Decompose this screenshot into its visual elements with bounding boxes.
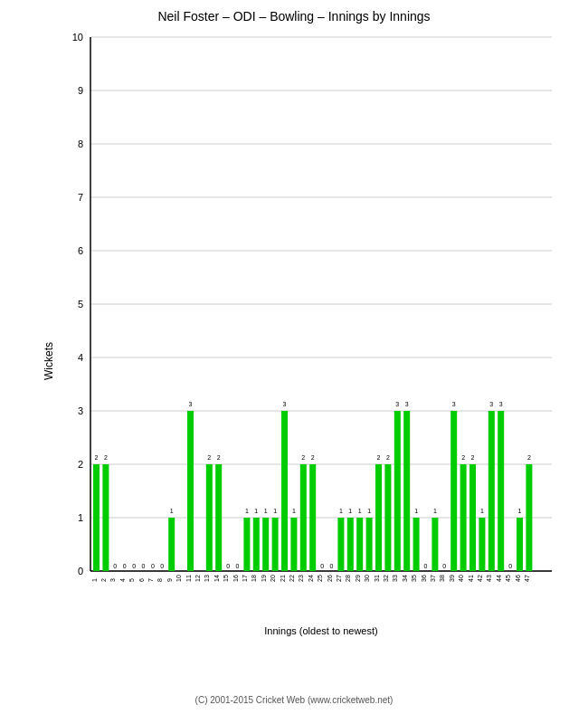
svg-text:7: 7	[147, 578, 154, 582]
svg-rect-137	[450, 411, 457, 571]
svg-text:1: 1	[91, 578, 98, 582]
svg-text:3: 3	[489, 401, 493, 407]
svg-text:5: 5	[78, 299, 83, 310]
svg-text:0: 0	[236, 563, 240, 569]
svg-text:3: 3	[395, 401, 399, 407]
svg-text:0: 0	[442, 563, 446, 569]
svg-rect-146	[479, 518, 485, 571]
svg-text:38: 38	[439, 575, 445, 582]
chart-title: Neil Foster – ODI – Bowling – Innings by…	[157, 9, 430, 24]
svg-text:15: 15	[223, 575, 229, 582]
svg-rect-161	[526, 464, 532, 571]
svg-rect-101	[337, 518, 344, 571]
svg-text:4: 4	[78, 352, 83, 363]
svg-text:1: 1	[264, 508, 268, 514]
svg-rect-92	[309, 464, 316, 571]
svg-rect-80	[272, 518, 279, 571]
svg-text:0: 0	[330, 563, 334, 569]
svg-rect-131	[432, 518, 438, 571]
svg-text:1: 1	[245, 508, 249, 514]
svg-text:13: 13	[204, 575, 210, 582]
svg-text:23: 23	[298, 575, 304, 582]
svg-text:2: 2	[95, 454, 99, 461]
svg-text:Innings (oldest to newest): Innings (oldest to newest)	[264, 625, 377, 636]
svg-text:2: 2	[527, 454, 531, 461]
svg-text:2: 2	[78, 459, 83, 470]
svg-rect-62	[215, 464, 222, 571]
svg-text:1: 1	[273, 508, 277, 514]
svg-rect-49	[168, 518, 175, 571]
svg-rect-104	[347, 518, 354, 571]
svg-rect-122	[403, 411, 410, 571]
svg-text:1: 1	[170, 508, 174, 514]
svg-text:9: 9	[78, 85, 83, 96]
svg-text:36: 36	[421, 575, 427, 582]
svg-text:35: 35	[411, 575, 417, 582]
svg-text:4: 4	[119, 578, 126, 582]
svg-rect-83	[281, 411, 288, 571]
svg-text:0: 0	[123, 563, 127, 569]
svg-text:3: 3	[499, 401, 503, 407]
svg-text:9: 9	[166, 578, 173, 582]
svg-text:2: 2	[217, 454, 221, 461]
svg-text:31: 31	[374, 575, 380, 582]
svg-text:8: 8	[156, 578, 163, 582]
svg-text:2: 2	[311, 454, 315, 461]
svg-rect-149	[488, 411, 495, 571]
svg-rect-89	[300, 464, 307, 571]
svg-rect-77	[262, 518, 269, 571]
svg-text:39: 39	[449, 575, 455, 582]
svg-rect-86	[290, 518, 297, 571]
svg-text:1: 1	[480, 508, 484, 514]
svg-text:3: 3	[109, 578, 116, 582]
svg-rect-25	[93, 464, 100, 571]
svg-rect-54	[187, 411, 194, 571]
svg-text:3: 3	[283, 401, 287, 407]
svg-text:3: 3	[452, 401, 456, 407]
svg-text:1: 1	[292, 508, 296, 514]
svg-text:10: 10	[72, 32, 83, 43]
svg-text:1: 1	[433, 508, 437, 514]
svg-rect-140	[460, 464, 467, 571]
svg-text:32: 32	[383, 575, 389, 582]
svg-text:0: 0	[132, 563, 136, 569]
svg-text:1: 1	[367, 508, 371, 514]
svg-text:18: 18	[251, 575, 257, 582]
svg-rect-74	[253, 518, 260, 571]
svg-text:40: 40	[458, 575, 464, 582]
svg-text:0: 0	[320, 563, 324, 569]
svg-text:1: 1	[78, 512, 83, 523]
svg-text:28: 28	[345, 575, 351, 582]
svg-text:45: 45	[505, 575, 511, 582]
svg-rect-59	[206, 464, 213, 571]
svg-text:0: 0	[160, 563, 164, 569]
svg-text:1: 1	[518, 508, 522, 514]
svg-text:0: 0	[78, 566, 83, 576]
y-axis-title: Wickets	[43, 342, 55, 380]
svg-text:3: 3	[78, 405, 83, 416]
svg-text:6: 6	[138, 578, 145, 582]
chart-container: Neil Foster – ODI – Bowling – Innings by…	[0, 0, 588, 724]
svg-text:10: 10	[175, 575, 182, 582]
svg-text:1: 1	[254, 508, 258, 514]
svg-text:2: 2	[207, 454, 211, 461]
svg-text:46: 46	[515, 575, 521, 582]
svg-rect-71	[243, 518, 250, 571]
copyright-text: (C) 2001-2015 Cricket Web (www.cricketwe…	[195, 695, 394, 705]
svg-text:26: 26	[327, 575, 333, 582]
chart-svg: 0 1 2 3 4 5 6	[54, 28, 561, 643]
svg-text:14: 14	[213, 575, 220, 582]
svg-text:11: 11	[185, 575, 192, 582]
svg-text:24: 24	[308, 575, 314, 582]
svg-text:0: 0	[508, 563, 512, 569]
svg-text:2: 2	[100, 578, 107, 582]
svg-text:21: 21	[280, 575, 286, 582]
svg-text:17: 17	[242, 575, 248, 582]
svg-rect-113	[375, 464, 382, 571]
svg-rect-110	[366, 518, 373, 571]
svg-text:8: 8	[78, 138, 83, 149]
svg-text:41: 41	[468, 575, 474, 582]
svg-text:20: 20	[270, 575, 276, 582]
svg-text:27: 27	[336, 575, 342, 582]
svg-text:5: 5	[128, 578, 135, 582]
